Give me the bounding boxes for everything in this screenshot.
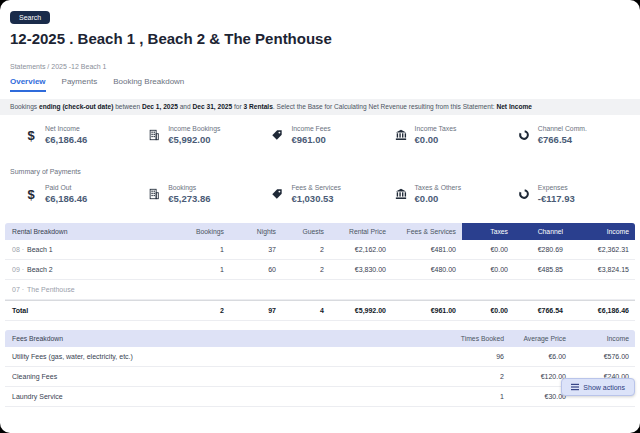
rental-row-beach-2[interactable]: 09 ·Beach 2 1 60 2 €3,830.00 €480.00 €0.… <box>5 260 635 280</box>
rental-row-beach-1[interactable]: 08 ·Beach 1 1 37 2 €2,162.00 €481.00 €0.… <box>5 240 635 260</box>
fee-row-cleaning[interactable]: Cleaning Fees 2 €120.00 €240.00 <box>5 367 635 387</box>
stat-value: €6,186.46 <box>45 193 87 204</box>
rental-cell: 2 <box>282 240 330 259</box>
rental-cell <box>282 280 330 299</box>
notice-bold: Net Income <box>496 103 532 110</box>
doughnut-icon <box>517 129 531 141</box>
fee-name: Cleaning Fees <box>5 367 450 386</box>
stat-value: €0.00 <box>415 193 461 204</box>
show-actions-button[interactable]: Show actions <box>561 378 635 396</box>
building-icon <box>147 188 161 200</box>
statement-page: Search 12-2025 . Beach 1 , Beach 2 & The… <box>0 0 640 433</box>
total-cell: €0.00 <box>462 301 514 320</box>
statement-notice: Bookings ending (check-out date) between… <box>0 99 640 115</box>
payments-stats-row: $ Paid Out €6,186.46 Bookings €5,273.86 … <box>0 175 640 207</box>
rental-cell <box>330 280 392 299</box>
top-bar: Search <box>0 0 640 20</box>
rental-cell <box>514 280 569 299</box>
fee-cell: €6.00 <box>510 347 572 366</box>
rental-row-the-penthouse[interactable]: 07 ·The Penthouse <box>5 280 635 300</box>
stat-label: Income Taxes <box>415 125 457 132</box>
tab-booking-breakdown[interactable]: Booking Breakdown <box>113 77 184 92</box>
rental-cell: 1 <box>180 260 230 279</box>
rental-name: 09 ·Beach 2 <box>5 260 180 279</box>
rental-name: 07 ·The Penthouse <box>5 280 180 299</box>
search-button[interactable]: Search <box>10 11 50 24</box>
fee-cell: 2 <box>450 367 510 386</box>
show-actions-label: Show actions <box>583 384 625 391</box>
rental-cell: 60 <box>230 260 282 279</box>
stat-value: €5,992.00 <box>168 134 220 145</box>
notice-bold: Dec 1, 2025 <box>142 103 178 110</box>
stat-income-bookings: Income Bookings €5,992.00 <box>147 122 270 148</box>
summary-of-payments-label: Summary of Payments <box>10 168 640 175</box>
stat-label: Net Income <box>45 125 87 132</box>
fee-row-laundry[interactable]: Laundry Service 1 €30.00 <box>5 387 635 407</box>
column-fees-services: Fees & Services <box>392 223 462 240</box>
rental-total-row: Total 2 97 4 €5,992.00 €961.00 €0.00 €76… <box>5 300 635 321</box>
fee-name: Utility Fees (gas, water, electricity, e… <box>5 347 450 366</box>
fee-cell: 96 <box>450 347 510 366</box>
rental-cell: 2 <box>282 260 330 279</box>
rental-title: Beach 2 <box>27 266 53 273</box>
rental-table-title: Rental Breakdown <box>5 223 180 240</box>
total-cell: 4 <box>282 301 330 320</box>
stat-value: €6,186.46 <box>45 134 87 145</box>
rental-cell: €480.00 <box>392 260 462 279</box>
column-taxes: Taxes <box>462 223 514 240</box>
rental-cell <box>230 280 282 299</box>
notice-bold: 3 Rentals <box>244 103 273 110</box>
breadcrumb[interactable]: Statements / 2025 -12 Beach 1 <box>10 63 630 70</box>
stat-label: Expenses <box>538 184 575 191</box>
unit-number: 07 · <box>12 286 24 293</box>
stat-income-taxes: Income Taxes €0.00 <box>394 122 517 148</box>
total-cell: 2 <box>180 301 230 320</box>
stat-net-income: $ Net Income €6,186.46 <box>24 122 147 148</box>
rental-cell: €3,824.15 <box>569 260 635 279</box>
stat-value: €961.00 <box>291 134 330 145</box>
stat-paid-out: $ Paid Out €6,186.46 <box>24 181 147 207</box>
rental-cell: €3,830.00 <box>330 260 392 279</box>
column-average-price: Average Price <box>510 330 572 347</box>
rental-cell <box>180 280 230 299</box>
tab-payments[interactable]: Payments <box>62 77 98 92</box>
dollar-icon: $ <box>24 187 38 202</box>
stat-expenses: Expenses -€117.93 <box>517 181 640 207</box>
tag-icon <box>270 188 284 200</box>
fee-row-utility[interactable]: Utility Fees (gas, water, electricity, e… <box>5 347 635 367</box>
stat-label: Fees & Services <box>291 184 340 191</box>
total-cell: €766.54 <box>514 301 569 320</box>
column-bookings: Bookings <box>180 223 230 240</box>
stat-taxes-others: Taxes & Others €0.00 <box>394 181 517 207</box>
stat-bookings-paid: Bookings €5,273.86 <box>147 181 270 207</box>
rental-table-header: Rental Breakdown Bookings Nights Guests … <box>5 223 635 240</box>
fee-name: Laundry Service <box>5 387 450 406</box>
fees-breakdown-table: Fees Breakdown Times Booked Average Pric… <box>5 330 635 407</box>
fee-cell: 1 <box>450 387 510 406</box>
stat-label: Bookings <box>168 184 210 191</box>
fee-cell: €576.00 <box>572 347 635 366</box>
stat-value: €5,273.86 <box>168 193 210 204</box>
tab-overview[interactable]: Overview <box>10 77 46 92</box>
stat-label: Paid Out <box>45 184 87 191</box>
rental-cell: 37 <box>230 240 282 259</box>
column-times-booked: Times Booked <box>450 330 510 347</box>
bank-icon <box>394 129 408 141</box>
rental-cell: €280.69 <box>514 240 569 259</box>
rental-cell: 1 <box>180 240 230 259</box>
stat-label: Channel Comm. <box>538 125 587 132</box>
page-title: 12-2025 . Beach 1 , Beach 2 & The Pentho… <box>10 30 630 48</box>
column-rental-price: Rental Price <box>330 223 392 240</box>
building-icon <box>147 129 161 141</box>
column-income: Income <box>569 223 635 240</box>
notice-bold: ending (check-out date) <box>39 103 113 110</box>
total-cell: €5,992.00 <box>330 301 392 320</box>
notice-text: for <box>232 103 243 110</box>
bank-icon <box>394 188 408 200</box>
stat-channel-comm: Channel Comm. €766.54 <box>517 122 640 148</box>
unit-number: 08 · <box>12 246 24 253</box>
stat-label: Taxes & Others <box>415 184 461 191</box>
total-cell: 97 <box>230 301 282 320</box>
notice-text: . Select the Base for Calculating Net Re… <box>273 103 497 110</box>
rental-cell: €485.85 <box>514 260 569 279</box>
